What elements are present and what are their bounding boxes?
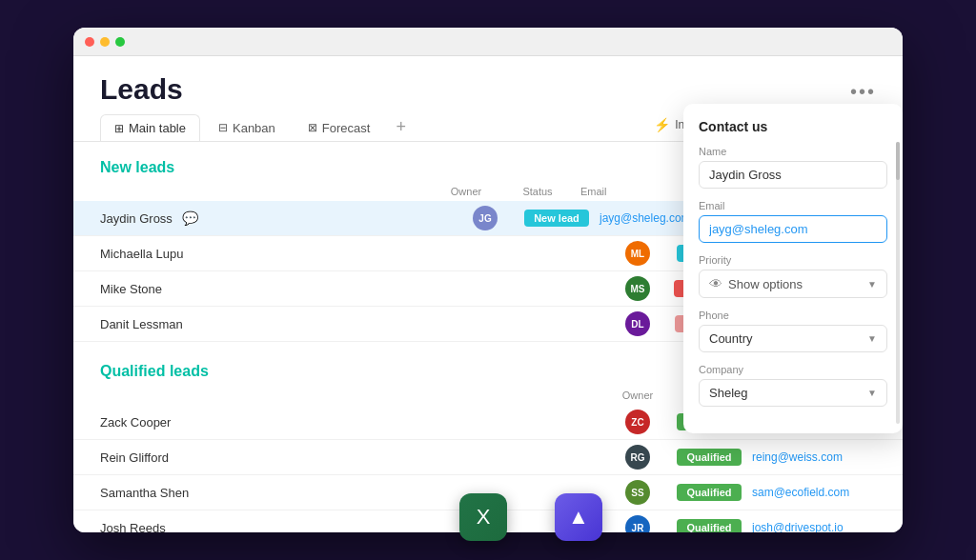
row-status-rein: Qualified: [666, 449, 752, 466]
tabs-left: ⊞ Main table ⊟ Kanban ⊠ Forecast +: [100, 113, 414, 141]
browser-dot-green: [115, 37, 125, 47]
monday-icon-button[interactable]: ▲: [555, 493, 602, 541]
row-name-zack: Zack Cooper: [100, 415, 609, 430]
add-tab-button[interactable]: +: [388, 113, 414, 141]
qualified-leads-title: Qualified leads: [100, 363, 209, 380]
row-email-samantha: sam@ecofield.com: [752, 486, 876, 499]
show-options-label: Show options: [728, 277, 803, 291]
app-header: Leads •••: [73, 56, 903, 106]
row-status-jaydin: New lead: [514, 210, 600, 227]
name-label: Name: [699, 146, 887, 157]
excel-icon-label: X: [477, 505, 491, 530]
row-owner-danit: DL: [609, 311, 666, 336]
row-name-danit: Danit Lessman: [100, 317, 609, 331]
forecast-icon: ⊠: [308, 121, 317, 134]
contact-side-panel: Contact us Name Email Priority 👁 Show op…: [683, 104, 903, 433]
floating-icons: X ▲: [459, 493, 602, 541]
row-email-josh: josh@drivespot.io: [752, 521, 876, 532]
col-status-header: Status: [495, 186, 580, 197]
priority-field: Priority 👁 Show options ▼: [699, 254, 887, 298]
app-content: Leads ••• ⊞ Main table ⊟ Kanban ⊠ Foreca…: [73, 56, 903, 532]
panel-scrollbar-thumb: [896, 142, 900, 180]
row-name-jaydin: Jaydin Gross 💬: [100, 210, 457, 226]
main-table-icon: ⊞: [114, 122, 124, 135]
integrate-icon: ⚡: [654, 117, 670, 132]
monday-icon-label: ▲: [568, 505, 589, 530]
qualified-row-1[interactable]: Rein Glifford RG Qualified reing@weiss.c…: [73, 440, 903, 475]
browser-window: Leads ••• ⊞ Main table ⊟ Kanban ⊠ Foreca…: [73, 28, 903, 532]
row-owner-zack: ZC: [609, 410, 666, 434]
chevron-down-icon: ▼: [867, 279, 877, 290]
company-select[interactable]: Sheleg ▼: [699, 379, 887, 407]
company-value: Sheleg: [709, 386, 747, 400]
priority-select[interactable]: 👁 Show options ▼: [699, 270, 887, 298]
company-field: Company Sheleg ▼: [699, 364, 887, 407]
tab-forecast[interactable]: ⊠ Forecast: [294, 114, 385, 141]
browser-dot-yellow: [100, 37, 110, 47]
tab-main-table-label: Main table: [129, 121, 186, 135]
chat-icon: 💬: [182, 210, 198, 226]
more-options-button[interactable]: •••: [850, 81, 876, 103]
priority-label: Priority: [699, 254, 887, 266]
tab-kanban-label: Kanban: [233, 121, 275, 135]
country-select[interactable]: Country ▼: [699, 325, 887, 352]
row-status-samantha: Qualified: [666, 484, 752, 501]
company-chevron-icon: ▼: [867, 388, 877, 398]
status-badge-josh: Qualified: [677, 519, 741, 532]
status-badge-jaydin: New lead: [524, 210, 589, 227]
row-owner-mike: MS: [609, 276, 666, 301]
page-title: Leads: [100, 73, 183, 106]
show-options-row: 👁 Show options: [709, 276, 803, 291]
row-owner-jaydin: JG: [457, 206, 514, 230]
col-owner-header: Owner: [437, 186, 495, 197]
browser-dot-red: [85, 37, 94, 47]
avatar-rein: RG: [625, 445, 650, 470]
avatar-michaella: ML: [625, 241, 650, 266]
country-value: Country: [709, 331, 753, 346]
avatar-josh: JR: [625, 515, 650, 532]
country-chevron-icon: ▼: [867, 333, 877, 344]
tab-main-table[interactable]: ⊞ Main table: [100, 114, 200, 141]
tab-forecast-label: Forecast: [322, 121, 371, 135]
avatar-jaydin: JG: [473, 206, 498, 230]
show-options-icon: 👁: [709, 276, 722, 291]
excel-icon-button[interactable]: X: [459, 493, 507, 541]
row-owner-josh: JR: [609, 515, 666, 532]
panel-scrollbar: [896, 142, 900, 424]
row-owner-michaella: ML: [609, 241, 666, 266]
name-input[interactable]: [699, 161, 887, 189]
row-name-rein: Rein Glifford: [100, 450, 609, 465]
name-field: Name: [699, 146, 887, 189]
tab-kanban[interactable]: ⊟ Kanban: [204, 114, 290, 141]
qualified-col-owner: Owner: [609, 390, 666, 401]
panel-title: Contact us: [699, 119, 887, 134]
email-input[interactable]: [699, 215, 887, 243]
kanban-icon: ⊟: [218, 121, 228, 134]
row-owner-rein: RG: [609, 445, 666, 470]
row-email-rein: reing@weiss.com: [752, 450, 876, 464]
status-badge-rein: Qualified: [677, 449, 741, 466]
avatar-danit: DL: [625, 311, 650, 336]
avatar-samantha: SS: [625, 480, 650, 505]
row-status-josh: Qualified: [666, 519, 752, 532]
row-owner-samantha: SS: [609, 480, 666, 505]
email-field: Email: [699, 200, 887, 243]
company-label: Company: [699, 364, 887, 375]
row-name-michaella: Michaella Lupu: [100, 247, 609, 261]
row-name-mike: Mike Stone: [100, 282, 609, 296]
browser-chrome: [73, 28, 903, 56]
phone-label: Phone: [699, 310, 887, 321]
status-badge-samantha: Qualified: [677, 484, 741, 501]
phone-field: Phone Country ▼: [699, 310, 887, 352]
avatar-zack: ZC: [625, 410, 650, 434]
new-leads-title: New leads: [100, 159, 174, 176]
avatar-mike: MS: [625, 276, 650, 301]
email-label: Email: [699, 200, 887, 211]
